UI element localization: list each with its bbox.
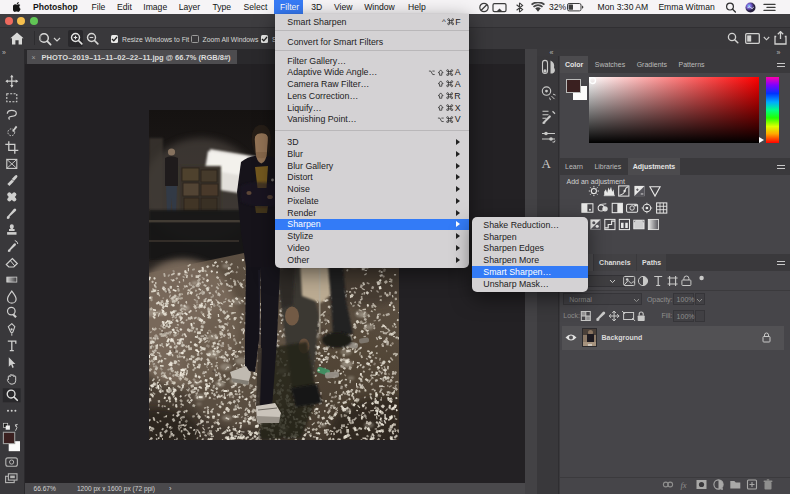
svg-text:fx: fx [681,479,687,489]
svg-text:»: » [2,49,6,56]
svg-text:A: A [541,156,551,171]
